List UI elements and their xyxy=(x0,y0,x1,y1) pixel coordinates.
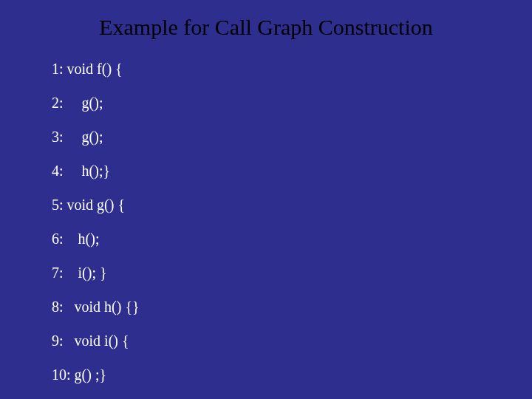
slide-title: Example for Call Graph Construction xyxy=(44,15,488,40)
code-line-5: 5: void g() { xyxy=(52,197,488,214)
code-listing: 1: void f() { 2: g(); 3: g(); 4: h();} 5… xyxy=(52,61,488,383)
code-line-9: 9: void i() { xyxy=(52,332,488,349)
code-line-2: 2: g(); xyxy=(52,95,488,112)
code-line-3: 3: g(); xyxy=(52,129,488,146)
code-line-10: 10: g() ;} xyxy=(52,366,488,383)
code-line-6: 6: h(); xyxy=(52,231,488,248)
code-line-1: 1: void f() { xyxy=(52,61,488,78)
code-line-7: 7: i(); } xyxy=(52,265,488,282)
code-line-8: 8: void h() {} xyxy=(52,299,488,316)
code-line-4: 4: h();} xyxy=(52,163,488,180)
